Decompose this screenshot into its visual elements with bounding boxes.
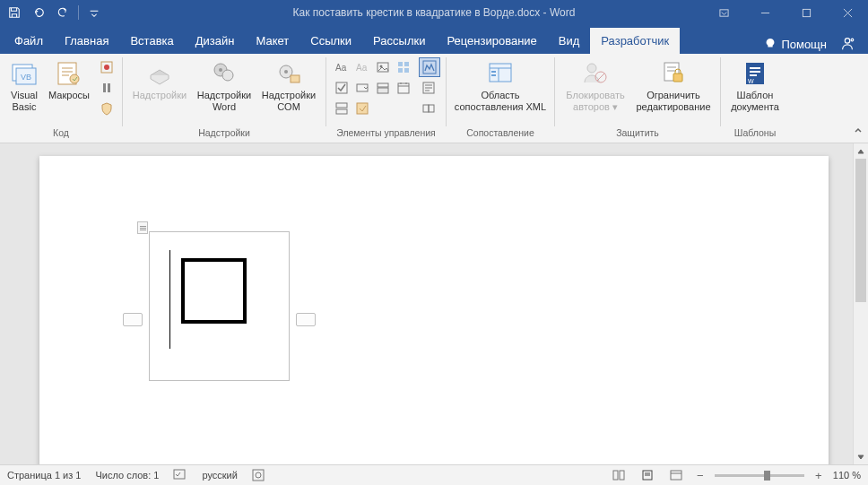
group-label-addins: Надстройки [198, 126, 250, 141]
svg-point-67 [256, 472, 261, 478]
tab-developer[interactable]: Разработчик [590, 28, 680, 54]
date-picker-control-button[interactable] [394, 78, 413, 98]
collapse-ribbon-button[interactable] [854, 123, 863, 139]
svg-text:Aa: Aa [356, 63, 368, 73]
share-button[interactable] [838, 34, 857, 54]
tab-home[interactable]: Главная [54, 28, 119, 54]
svg-rect-26 [398, 62, 403, 66]
zoom-level[interactable]: 110 % [833, 470, 861, 481]
svg-text:Aa: Aa [335, 63, 347, 73]
scroll-thumb[interactable] [855, 159, 866, 302]
undo-button[interactable] [28, 3, 49, 22]
tab-insert[interactable]: Вставка [119, 28, 184, 54]
tab-review[interactable]: Рецензирование [436, 28, 547, 54]
dropdown-control-button[interactable] [373, 78, 393, 98]
help-button[interactable]: Помощн [764, 38, 827, 51]
building-block-control-button[interactable] [394, 57, 413, 77]
xml-mapping-button[interactable]: Область сопоставления XML [452, 57, 549, 114]
save-button[interactable] [4, 3, 25, 22]
svg-text:W: W [748, 78, 754, 84]
zoom-slider[interactable] [715, 474, 804, 477]
restrict-editing-button[interactable]: Ограничить редактирование [632, 57, 715, 114]
restrict-editing-icon [659, 59, 688, 88]
svg-rect-59 [673, 74, 682, 82]
status-bar: Страница 1 из 1 Число слов: 1 русский − … [0, 464, 868, 485]
picture-control-button[interactable] [373, 57, 393, 77]
legacy-tools-button[interactable] [352, 99, 372, 118]
tab-design[interactable]: Дизайн [185, 28, 246, 54]
language-text: русский [202, 470, 237, 481]
svg-point-53 [587, 64, 596, 73]
scroll-down-button[interactable] [854, 449, 868, 464]
page[interactable] [39, 156, 829, 464]
language-button[interactable]: русский [202, 470, 237, 481]
zoom-thumb[interactable] [764, 471, 770, 481]
close-button[interactable] [827, 0, 868, 25]
svg-rect-38 [336, 103, 347, 108]
content-control-frame[interactable] [149, 231, 290, 381]
svg-rect-41 [423, 61, 436, 74]
zoom-out-button[interactable]: − [695, 470, 706, 481]
svg-rect-27 [404, 62, 409, 66]
word-addins-button[interactable]: Надстройки Word [193, 57, 256, 114]
page-scroll-area[interactable] [0, 143, 853, 464]
macro-recording-button[interactable] [252, 469, 265, 481]
svg-rect-14 [103, 83, 106, 92]
tab-file[interactable]: Файл [4, 28, 54, 54]
read-mode-button[interactable] [609, 467, 629, 483]
print-layout-button[interactable] [638, 467, 657, 483]
minimize-button[interactable] [744, 0, 786, 25]
rich-text-control-button[interactable]: Aa [332, 57, 352, 77]
plain-text-control-button[interactable]: Aa [352, 57, 372, 77]
repeating-section-control-button[interactable] [332, 99, 352, 118]
ribbon-group-controls: Aa Aa [326, 54, 446, 143]
svg-rect-40 [357, 103, 368, 114]
svg-rect-68 [613, 471, 618, 480]
checkbox-control-button[interactable] [332, 78, 352, 98]
content-control-tag-left[interactable] [123, 313, 143, 326]
document-area [0, 143, 868, 464]
content-control-handle[interactable] [137, 221, 148, 234]
svg-rect-29 [404, 68, 409, 73]
svg-point-17 [222, 70, 233, 81]
redo-button[interactable] [52, 3, 74, 22]
svg-rect-28 [398, 68, 403, 73]
tab-view[interactable]: Вид [548, 28, 591, 54]
content-control-tag-right[interactable] [296, 313, 316, 326]
com-addins-button[interactable]: Надстройки COM [257, 57, 320, 114]
word-count[interactable]: Число слов: 1 [95, 470, 159, 481]
ribbon-options-button[interactable] [703, 0, 744, 25]
ribbon-tabs: Файл Главная Вставка Дизайн Макет Ссылки… [0, 25, 868, 54]
addins-label: Надстройки [133, 90, 187, 101]
combo-box-control-button[interactable] [352, 78, 372, 98]
record-macro-button[interactable] [97, 57, 117, 77]
visual-basic-button[interactable]: VB Visual Basic [5, 57, 43, 114]
text-caret [169, 250, 170, 349]
tab-references[interactable]: Ссылки [299, 28, 362, 54]
block-authors-button[interactable]: Блокировать авторов ▾ [560, 57, 630, 114]
macros-button[interactable]: Макросы [45, 57, 93, 103]
svg-rect-30 [336, 82, 347, 93]
design-mode-button[interactable] [419, 57, 440, 77]
block-authors-label: Блокировать авторов ▾ [566, 90, 624, 112]
group-button[interactable] [419, 99, 438, 118]
tab-mailings[interactable]: Рассылки [362, 28, 436, 54]
maximize-button[interactable] [786, 0, 827, 25]
qat-customize-button[interactable] [83, 3, 105, 22]
properties-button[interactable] [419, 78, 438, 98]
visual-basic-label: Visual Basic [11, 90, 38, 112]
web-layout-button[interactable] [666, 467, 686, 483]
scroll-track[interactable] [854, 159, 868, 449]
zoom-in-button[interactable]: + [813, 470, 824, 481]
macro-security-button[interactable] [97, 99, 117, 118]
pause-macro-button[interactable] [97, 78, 117, 98]
vertical-scrollbar[interactable] [853, 143, 868, 464]
document-template-button[interactable]: W Шаблон документа [726, 57, 784, 114]
word-count-text: Число слов: 1 [95, 470, 159, 481]
scroll-up-button[interactable] [854, 143, 868, 159]
page-status[interactable]: Страница 1 из 1 [7, 470, 81, 481]
tab-layout[interactable]: Макет [245, 28, 299, 54]
checkbox-shape[interactable] [181, 258, 247, 324]
addins-button[interactable]: Надстройки [128, 57, 191, 103]
spellcheck-button[interactable] [173, 469, 187, 481]
